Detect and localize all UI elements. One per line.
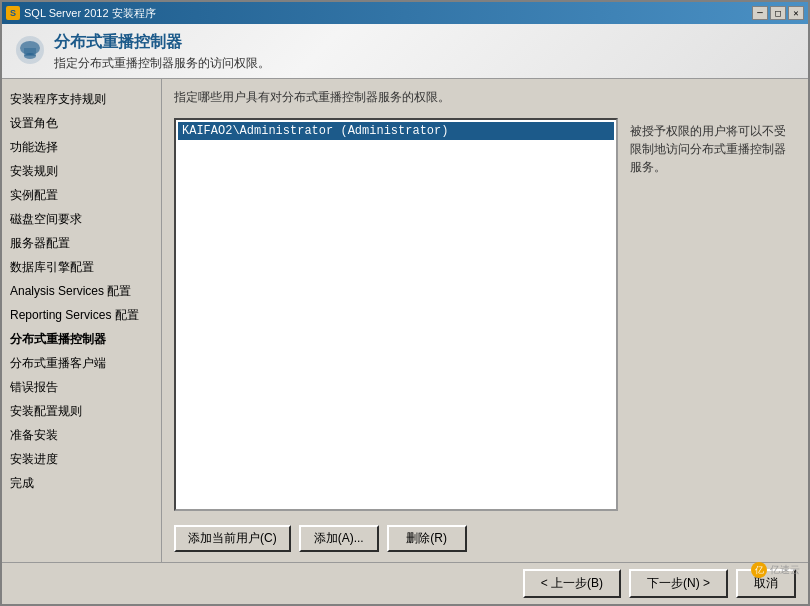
svg-point-3 bbox=[24, 53, 36, 59]
sidebar-item[interactable]: Analysis Services 配置 bbox=[2, 279, 161, 303]
user-list-container: KAIFAO2\Administrator (Administrator) bbox=[174, 118, 618, 511]
sidebar-item[interactable]: 磁盘空间要求 bbox=[2, 207, 161, 231]
minimize-button[interactable]: ─ bbox=[752, 6, 768, 20]
sidebar-item[interactable]: 错误报告 bbox=[2, 375, 161, 399]
sidebar-item[interactable]: 安装配置规则 bbox=[2, 399, 161, 423]
remove-button[interactable]: 删除(R) bbox=[387, 525, 467, 552]
close-button[interactable]: ✕ bbox=[788, 6, 804, 20]
back-button[interactable]: < 上一步(B) bbox=[523, 569, 621, 598]
add-button[interactable]: 添加(A)... bbox=[299, 525, 379, 552]
sidebar-item[interactable]: 设置角色 bbox=[2, 111, 161, 135]
sidebar-item[interactable]: 实例配置 bbox=[2, 183, 161, 207]
content-area: 安装程序支持规则设置角色功能选择安装规则实例配置磁盘空间要求服务器配置数据库引擎… bbox=[2, 79, 808, 562]
content-body: KAIFAO2\Administrator (Administrator) 被授… bbox=[174, 118, 796, 511]
window-title: SQL Server 2012 安装程序 bbox=[24, 6, 156, 21]
sidebar-item[interactable]: 安装规则 bbox=[2, 159, 161, 183]
page-title: 分布式重播控制器 bbox=[54, 32, 796, 53]
user-list-item[interactable]: KAIFAO2\Administrator (Administrator) bbox=[178, 122, 614, 140]
user-list[interactable]: KAIFAO2\Administrator (Administrator) bbox=[174, 118, 618, 511]
sidebar: 安装程序支持规则设置角色功能选择安装规则实例配置磁盘空间要求服务器配置数据库引擎… bbox=[2, 79, 162, 562]
watermark: 亿 亿速云 bbox=[751, 562, 800, 578]
titlebar: S SQL Server 2012 安装程序 ─ □ ✕ bbox=[2, 2, 808, 24]
sidebar-item[interactable]: 功能选择 bbox=[2, 135, 161, 159]
titlebar-controls: ─ □ ✕ bbox=[752, 6, 804, 20]
sidebar-item[interactable]: Reporting Services 配置 bbox=[2, 303, 161, 327]
sidebar-item[interactable]: 安装程序支持规则 bbox=[2, 87, 161, 111]
watermark-text: 亿速云 bbox=[770, 563, 800, 577]
sidebar-item[interactable]: 数据库引擎配置 bbox=[2, 255, 161, 279]
main-panel: 指定哪些用户具有对分布式重播控制器服务的权限。 KAIFAO2\Administ… bbox=[162, 79, 808, 562]
app-icon: S bbox=[6, 6, 20, 20]
sidebar-item[interactable]: 分布式重播控制器 bbox=[2, 327, 161, 351]
header-text: 分布式重播控制器 指定分布式重播控制器服务的访问权限。 bbox=[54, 32, 796, 72]
main-instruction: 指定哪些用户具有对分布式重播控制器服务的权限。 bbox=[174, 89, 796, 106]
maximize-button[interactable]: □ bbox=[770, 6, 786, 20]
footer: < 上一步(B) 下一步(N) > 取消 bbox=[2, 562, 808, 604]
watermark-logo: 亿 bbox=[751, 562, 767, 578]
sidebar-item[interactable]: 准备安装 bbox=[2, 423, 161, 447]
next-button[interactable]: 下一步(N) > bbox=[629, 569, 728, 598]
page-subtitle: 指定分布式重播控制器服务的访问权限。 bbox=[54, 55, 796, 72]
titlebar-left: S SQL Server 2012 安装程序 bbox=[6, 6, 156, 21]
sidebar-item[interactable]: 分布式重播客户端 bbox=[2, 351, 161, 375]
sidebar-item[interactable]: 安装进度 bbox=[2, 447, 161, 471]
sidebar-item[interactable]: 完成 bbox=[2, 471, 161, 495]
buttons-row: 添加当前用户(C) 添加(A)... 删除(R) bbox=[174, 525, 796, 552]
header-icon bbox=[14, 34, 46, 66]
add-current-user-button[interactable]: 添加当前用户(C) bbox=[174, 525, 291, 552]
header: 分布式重播控制器 指定分布式重播控制器服务的访问权限。 bbox=[2, 24, 808, 79]
sidebar-item[interactable]: 服务器配置 bbox=[2, 231, 161, 255]
side-note: 被授予权限的用户将可以不受限制地访问分布式重播控制器服务。 bbox=[626, 118, 796, 511]
